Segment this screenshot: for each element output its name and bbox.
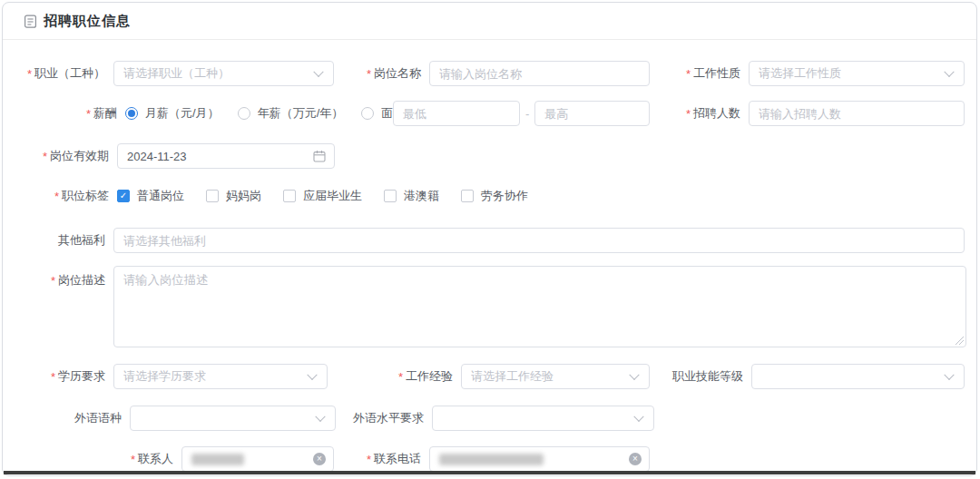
required-marker: *: [367, 67, 371, 81]
job-name-label: * 岗位名称: [367, 65, 429, 82]
required-marker: *: [86, 107, 91, 121]
salary-max-input[interactable]: [534, 101, 650, 126]
redacted-value: [191, 454, 244, 465]
checkbox-icon: [283, 190, 296, 202]
checkbox-hk-macau[interactable]: 港澳籍: [384, 188, 439, 204]
foreign-language-item: 外语语种: [130, 406, 336, 431]
skill-level-label: 职业技能等级: [672, 368, 751, 385]
chevron-down-icon: [944, 370, 954, 380]
required-marker: *: [367, 453, 371, 466]
required-marker: *: [686, 107, 691, 121]
tags-checkbox-group: ✓ 普通岗位 妈妈岗 应届毕业生 港澳籍 劳务协作: [117, 188, 528, 204]
redacted-value: [439, 454, 544, 465]
description-textarea[interactable]: [113, 266, 966, 347]
checkbox-icon: [461, 190, 474, 202]
contact-name-item: * 联系人 ×: [181, 446, 334, 472]
checkbox-checked-icon: ✓: [117, 190, 130, 202]
chevron-down-icon: [633, 412, 643, 422]
valid-date-item: * 岗位有效期 2024-11-23: [117, 143, 335, 169]
benefits-item: 其他福利: [113, 228, 965, 253]
foreign-language-label: 外语语种: [74, 410, 130, 426]
checkbox-icon: [206, 190, 219, 202]
job-name-input[interactable]: [429, 61, 650, 86]
education-item: * 学历要求 请选择学历要求: [113, 364, 328, 389]
required-marker: *: [54, 190, 59, 203]
headcount-item: * 招聘人数: [749, 101, 965, 126]
experience-select[interactable]: 请选择工作经验: [461, 364, 650, 389]
benefits-label: 其他福利: [58, 232, 113, 249]
radio-monthly-salary[interactable]: 月薪（元/月）: [125, 105, 220, 122]
radio-icon: [238, 107, 250, 120]
work-nature-item: * 工作性质 请选择工作性质: [749, 61, 965, 86]
tags-label: * 职位标签: [54, 188, 117, 204]
chevron-down-icon: [307, 370, 317, 380]
contact-name-input[interactable]: ×: [181, 446, 334, 472]
required-marker: *: [43, 150, 47, 163]
chevron-down-icon: [313, 67, 323, 77]
recruit-form-card: 招聘职位信息 * 职业（工种） 请选择职业（工种） * 岗位名称 * 工作性质: [2, 2, 977, 476]
description-label: * 岗位描述: [51, 272, 113, 288]
resize-handle[interactable]: [955, 336, 964, 345]
checkbox-normal-post[interactable]: ✓ 普通岗位: [117, 188, 184, 204]
clear-icon[interactable]: ×: [313, 453, 326, 465]
experience-label: * 工作经验: [398, 368, 461, 385]
valid-date-value: 2024-11-23: [127, 150, 187, 163]
page: 招聘职位信息 * 职业（工种） 请选择职业（工种） * 岗位名称 * 工作性质: [0, 0, 980, 479]
salary-radio-group: 月薪（元/月） 年薪（万元/年） 面议: [125, 105, 405, 122]
education-select[interactable]: 请选择学历要求: [113, 364, 328, 389]
headcount-label: * 招聘人数: [686, 105, 749, 122]
benefits-input[interactable]: [113, 228, 965, 253]
checkbox-icon: [384, 190, 397, 202]
foreign-language-select[interactable]: [130, 406, 336, 431]
section-title: 招聘职位信息: [44, 13, 131, 30]
contact-phone-input[interactable]: ×: [429, 446, 650, 472]
contact-phone-item: * 联系电话 ×: [429, 446, 650, 472]
occupation-label: * 职业（工种）: [27, 65, 113, 82]
occupation-item: * 职业（工种） 请选择职业（工种）: [113, 61, 334, 86]
required-marker: *: [51, 370, 55, 384]
checkbox-mama-post[interactable]: 妈妈岗: [206, 188, 261, 204]
required-marker: *: [27, 67, 32, 81]
header-divider: [3, 39, 976, 40]
required-marker: *: [51, 274, 55, 288]
skill-level-select[interactable]: [751, 364, 965, 389]
valid-date-label: * 岗位有效期: [43, 148, 117, 164]
contact-phone-label: * 联系电话: [367, 451, 429, 467]
chevron-down-icon: [944, 67, 954, 77]
radio-yearly-salary[interactable]: 年薪（万元/年）: [238, 105, 344, 122]
tags-item: * 职位标签 ✓ 普通岗位 妈妈岗 应届毕业生 港澳籍: [117, 187, 528, 205]
required-marker: *: [686, 67, 691, 81]
chevron-down-icon: [315, 412, 325, 422]
education-label: * 学历要求: [51, 368, 113, 385]
salary-label: * 薪酬: [86, 105, 125, 122]
required-marker: *: [131, 453, 135, 466]
description-item: * 岗位描述: [113, 266, 966, 347]
checkbox-labor-cooperation[interactable]: 劳务协作: [461, 188, 528, 204]
range-separator: -: [525, 107, 529, 121]
bottom-divider: [4, 471, 975, 474]
salary-range-item: -: [393, 101, 650, 126]
experience-item: * 工作经验 请选择工作经验: [461, 364, 650, 389]
job-name-item: * 岗位名称: [429, 61, 650, 86]
headcount-input[interactable]: [749, 101, 965, 126]
salary-min-input[interactable]: [393, 101, 520, 126]
document-icon: [24, 15, 36, 28]
contact-name-label: * 联系人: [131, 451, 181, 467]
radio-icon: [361, 107, 374, 120]
work-nature-select[interactable]: 请选择工作性质: [749, 61, 965, 86]
valid-date-picker[interactable]: 2024-11-23: [117, 143, 335, 169]
radio-selected-icon: [125, 107, 138, 120]
calendar-icon: [313, 150, 326, 162]
salary-item: * 薪酬 月薪（元/月） 年薪（万元/年） 面议: [125, 101, 405, 126]
clear-icon[interactable]: ×: [629, 453, 642, 465]
work-nature-label: * 工作性质: [686, 65, 749, 82]
required-marker: *: [398, 370, 403, 384]
occupation-select[interactable]: 请选择职业（工种）: [113, 61, 334, 86]
language-level-label: 外语水平要求: [353, 410, 432, 426]
language-level-select[interactable]: [432, 406, 654, 431]
language-level-item: 外语水平要求: [432, 406, 654, 431]
checkbox-fresh-graduate[interactable]: 应届毕业生: [283, 188, 362, 204]
skill-level-item: 职业技能等级: [751, 364, 965, 389]
chevron-down-icon: [629, 370, 639, 380]
